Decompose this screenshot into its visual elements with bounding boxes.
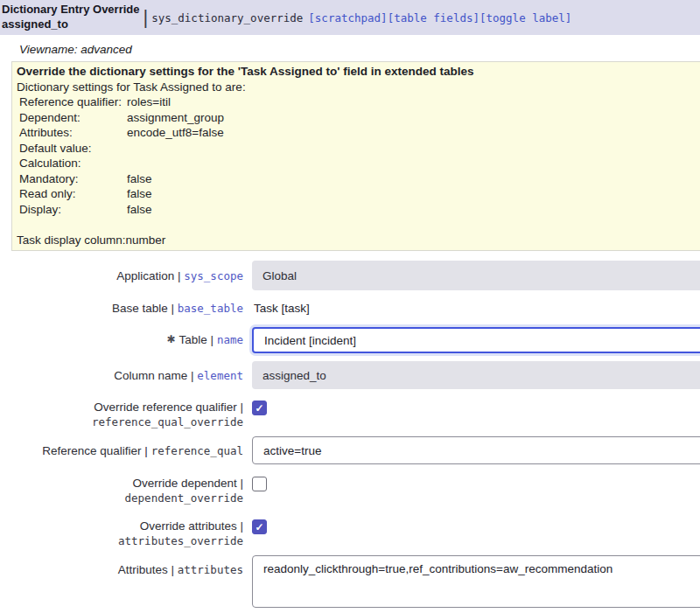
attributes-textarea[interactable]: readonly_clickthrough=true,ref_contribut… (252, 555, 700, 608)
override-reference-qualifier-checkbox[interactable]: ✓ (252, 401, 267, 415)
title-separator: | (144, 6, 149, 29)
toggle-label-link[interactable]: [toggle label] (480, 11, 571, 24)
table-technical-name: sys_dictionary_override (151, 11, 303, 24)
viewname-label: Viewname: advanced (19, 43, 700, 56)
form-row-attributes: Attributes | attributes readonly_clickth… (0, 555, 700, 608)
form-row-reference-qualifier: Reference qualifier | reference_qual (0, 436, 700, 464)
info-row: Read only:false (17, 186, 696, 202)
table-fields-link[interactable]: [table fields] (388, 11, 480, 24)
form-row-override-dependent: Override dependent | dependent_override … (0, 476, 700, 505)
reference-qualifier-label: Reference qualifier | reference_qual (0, 443, 252, 458)
info-row: Default value: (17, 141, 696, 157)
info-footer: Task display column:number (17, 233, 696, 248)
override-dependent-checkbox[interactable]: ✓ (252, 477, 267, 491)
checkmark-icon: ✓ (255, 403, 263, 414)
info-row: Calculation: (17, 156, 696, 171)
page-title: Dictionary Entry Override assigned_to (2, 3, 140, 32)
info-row: Display:false (17, 202, 696, 218)
form-row-column-name: Column name | element assigned_to (0, 361, 700, 389)
dictionary-info-box: Override the dictionary settings for the… (11, 61, 700, 251)
column-name-field: assigned_to (252, 361, 700, 389)
mandatory-icon: ✱ (167, 333, 176, 345)
form-row-application: Application | sys_scope Global (0, 261, 700, 290)
info-blank-line (17, 217, 696, 233)
attributes-label: Attributes | attributes (0, 555, 252, 577)
form-row-override-attributes: Override attributes | attributes_overrid… (0, 519, 700, 548)
override-dependent-label: Override dependent | dependent_override (0, 476, 252, 505)
base-table-value: Task [task] (252, 302, 310, 315)
form-row-table: ✱Table | name (0, 327, 700, 353)
info-subheading: Dictionary settings for Task Assigned to… (17, 80, 696, 95)
column-name-label: Column name | element (0, 368, 252, 383)
reference-qualifier-input[interactable] (252, 436, 700, 464)
checkmark-icon: ✓ (255, 522, 263, 533)
scratchpad-link[interactable]: [scratchpad] (308, 11, 387, 24)
override-reference-qualifier-label: Override reference qualifier | reference… (0, 400, 252, 429)
info-row: Dependent:assignment_group (17, 110, 696, 126)
dictionary-override-form: Application | sys_scope Global Base tabl… (0, 261, 700, 608)
form-header-bar: Dictionary Entry Override assigned_to | … (0, 0, 700, 35)
info-row: Reference qualifier:roles=itil (17, 94, 696, 110)
override-attributes-label: Override attributes | attributes_overrid… (0, 519, 252, 548)
info-row: Attributes:encode_utf8=false (17, 125, 696, 141)
table-input[interactable] (252, 327, 700, 353)
base-table-label: Base table | base_table (0, 301, 252, 316)
override-attributes-checkbox[interactable]: ✓ (252, 519, 267, 534)
table-label: ✱Table | name (0, 332, 252, 348)
form-row-override-reference-qualifier: Override reference qualifier | reference… (0, 400, 700, 429)
form-row-base-table: Base table | base_table Task [task] (0, 301, 700, 316)
application-field: Global (252, 261, 700, 290)
info-row: Mandatory:false (17, 171, 696, 187)
application-label: Application | sys_scope (0, 268, 252, 283)
info-heading: Override the dictionary settings for the… (17, 64, 696, 80)
